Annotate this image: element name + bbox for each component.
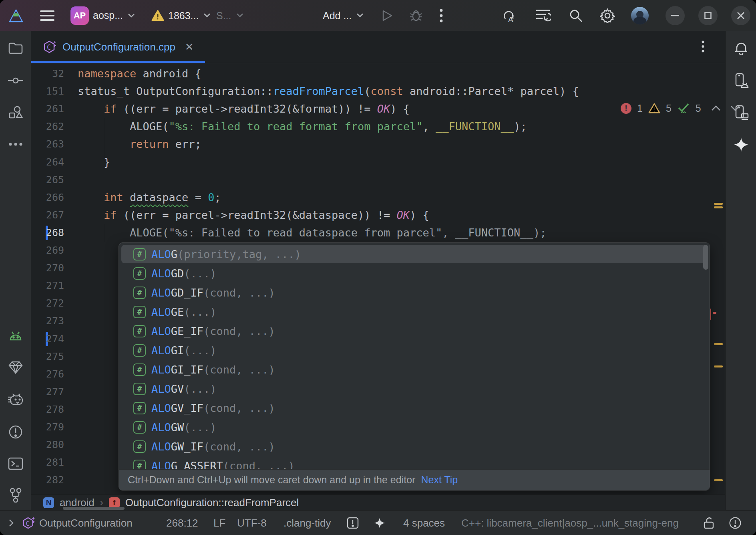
horizontal-scrollbar[interactable] [63,507,125,510]
code-text: int dataspace = 0; [78,189,221,206]
completion-item-alogd[interactable]: #ALOGD(...) [119,264,710,283]
version-control-icon[interactable] [9,488,22,503]
scrollbar-warning-mark[interactable] [714,203,723,205]
tab-close-icon[interactable]: ✕ [185,41,194,53]
completion-item-label: ALOGI_IF(cond, ...) [151,363,275,376]
logcat-icon[interactable] [8,330,23,341]
code-line-266[interactable]: 266 int dataspace = 0; [31,189,725,206]
tab-outputconfiguration-cpp[interactable]: C OutputConfiguration.cpp ✕ [37,31,201,63]
completion-item-alogi_if[interactable]: #ALOGI_IF(cond, ...) [119,360,710,379]
device-manager-icon[interactable] [734,73,749,88]
code-text: status_t OutputConfiguration::readFromPa… [78,83,579,100]
macro-icon: # [133,421,146,434]
completion-item-alogv[interactable]: #ALOGV(...) [119,379,710,398]
status-file-name[interactable]: OutputConfiguration [39,517,135,529]
device-selector[interactable]: S... [216,10,243,21]
toolchain-label[interactable]: C++: libcamera_client|aosp_...unk_stagin… [461,517,679,529]
line-number: 32 [31,65,64,83]
indent-setting[interactable]: 4 spaces [403,517,445,529]
vcs-widget[interactable]: 1863... [151,10,211,21]
line-number: 269 [31,242,64,259]
minimize-button[interactable] [666,6,685,25]
breadcrumb-function[interactable]: OutputConfiguration::readFromParcel [125,497,299,509]
settings-gear-icon[interactable] [600,8,615,23]
completion-item-alogd_if[interactable]: #ALOGD_IF(cond, ...) [119,283,710,302]
search-icon[interactable] [569,8,583,23]
line-number: 280 [31,436,64,454]
code-text: if ((err = parcel->readInt32(&format)) !… [78,100,410,118]
terminal-icon[interactable] [8,457,23,470]
structure-icon[interactable] [8,106,23,119]
scrollbar-warning-mark[interactable] [714,343,723,345]
macro-icon: # [133,325,146,337]
editor-area: C OutputConfiguration.cpp ✕ 32namespace … [31,31,725,510]
chevron-down-icon [128,13,135,18]
scrollbar-warning-mark[interactable] [714,206,723,208]
user-avatar[interactable] [631,7,649,24]
svg-text:C: C [47,43,51,51]
code-line-267[interactable]: 267 if ((err = parcel->readInt32(&datasp… [31,206,725,224]
problems-icon[interactable] [8,425,23,439]
more-actions-icon[interactable] [440,9,443,22]
code-line-32[interactable]: 32namespace android { [31,65,725,83]
tab-options-kebab-icon[interactable] [702,40,704,52]
completion-item-aloge[interactable]: #ALOGE(...) [119,302,710,321]
completion-item-alog[interactable]: #ALOG(priority,tag, ...) [119,244,710,264]
inspections-widget[interactable]: ! 1 5 5 [621,101,740,115]
code-line-264[interactable]: 264 } [31,153,725,171]
notifications-bell-icon[interactable] [734,41,748,55]
scrollbar-warning-mark[interactable] [714,479,723,481]
completion-item-aloge_if[interactable]: #ALOGE_IF(cond, ...) [119,321,710,341]
hamburger-menu-icon[interactable] [40,10,54,22]
project-folder-icon[interactable] [8,42,23,54]
cpp-file-icon: C [44,40,57,54]
tab-label: OutputConfiguration.cpp [62,41,175,53]
svg-text:A: A [508,15,513,24]
inspections-widget-icon[interactable] [347,517,359,529]
completion-item-alogi[interactable]: #ALOGI(...) [119,341,710,360]
macro-icon: # [133,383,146,395]
commit-icon[interactable] [8,77,23,84]
function-badge: f [109,497,120,508]
next-tip-link[interactable]: Next Tip [421,474,458,486]
debug-button[interactable] [409,9,423,22]
app-quality-insights-icon[interactable] [8,361,23,374]
code-line-151[interactable]: 151status_t OutputConfiguration::readFro… [31,83,725,100]
code-line-265[interactable]: 265 [31,171,725,189]
popup-scrollbar[interactable] [703,245,708,270]
prev-problem-chevron-icon[interactable] [711,105,721,111]
completion-item-alogw_if[interactable]: #ALOGW_IF(cond, ...) [119,437,710,456]
analyzer-status[interactable]: .clang-tidy [284,517,331,529]
completion-item-alogv_if[interactable]: #ALOGV_IF(cond, ...) [119,398,710,418]
line-number: 268 [31,224,64,242]
line-separator[interactable]: LF [213,517,225,529]
ai-sparkle-icon[interactable] [374,517,385,529]
unlock-icon[interactable] [703,517,714,529]
more-tool-windows-icon[interactable] [8,143,23,146]
code-line-263[interactable]: 263 return err; [31,135,725,153]
run-button[interactable] [381,9,393,22]
close-button[interactable] [731,6,750,25]
scrollbar-error-mark[interactable] [713,312,716,314]
ok-count-icon [677,102,690,114]
code-line-268[interactable]: 268 ALOGE("%s: Failed to read dataspace … [31,224,725,242]
maximize-button[interactable] [698,6,718,25]
caret-position[interactable]: 268:12 [166,517,198,529]
next-problem-chevron-icon[interactable] [730,105,740,111]
code-text: namespace android { [78,65,201,83]
code-line-262[interactable]: 262 ALOGE("%s: Failed to read format fro… [31,118,725,135]
project-widget[interactable]: AP aosp... [70,6,135,25]
completion-item-alogw[interactable]: #ALOGW(...) [119,418,710,437]
completion-item-label: ALOGV(...) [151,383,217,395]
gemini-sparkle-icon[interactable] [734,137,749,152]
completion-item-label: ALOGE(...) [151,306,217,318]
ai-rename-icon[interactable]: A [501,8,517,24]
changes-list-icon[interactable] [535,8,551,23]
file-encoding[interactable]: UTF-8 [237,517,267,529]
stripe-toggle-chevron-icon[interactable] [8,518,14,528]
profiler-icon[interactable] [8,393,24,406]
run-configuration-selector[interactable]: Add ... [323,10,364,21]
scrollbar-warning-mark[interactable] [714,365,723,367]
macro-icon: # [133,344,146,357]
error-indicator-icon[interactable] [729,517,742,529]
